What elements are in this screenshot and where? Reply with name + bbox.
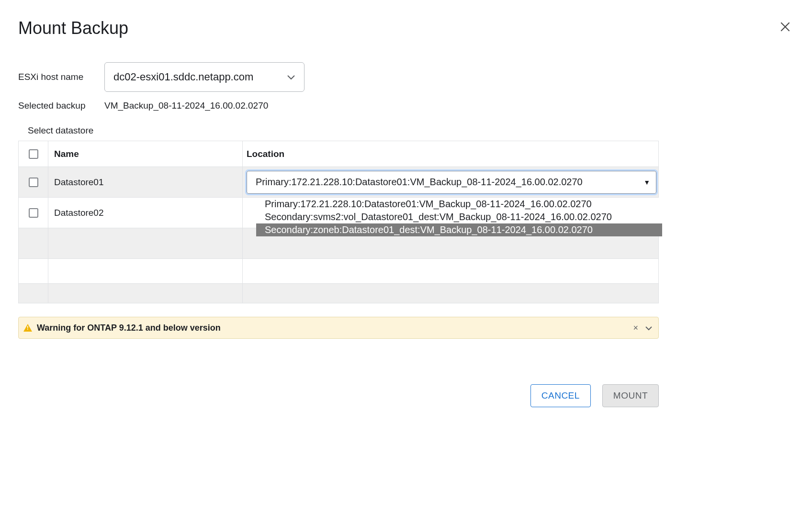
row-checkbox[interactable] [29,178,38,187]
warning-banner: Warning for ONTAP 9.12.1 and below versi… [18,317,659,339]
datastore-name-cell: Datastore02 [48,198,243,228]
dialog-footer: CANCEL MOUNT [18,384,659,407]
close-icon [779,21,791,33]
warning-expand-icon[interactable] [645,323,653,333]
select-datastore-label: Select datastore [28,125,802,136]
location-dropdown[interactable]: Primary:172.21.228.10:Datastore01:VM_Bac… [256,198,662,236]
row-checkbox[interactable] [29,208,38,218]
dropdown-option[interactable]: Secondary:svms2:vol_Datastore01_dest:VM_… [256,211,662,223]
select-all-checkbox[interactable] [29,149,38,159]
col-location-header: Location [243,141,658,167]
dropdown-option[interactable]: Secondary:zoneb:Datastore01_dest:VM_Back… [256,223,662,236]
esxi-host-row: ESXi host name dc02-esxi01.sddc.netapp.c… [18,62,802,92]
dialog-title: Mount Backup [18,18,802,38]
datastore-name-cell: Datastore01 [48,167,243,197]
mount-button[interactable]: MOUNT [602,384,659,407]
table-row [19,284,658,303]
selected-backup-value: VM_Backup_08-11-2024_16.00.02.0270 [104,100,268,111]
esxi-host-value: dc02-esxi01.sddc.netapp.com [113,71,253,83]
location-select[interactable]: Primary:172.21.228.10:Datastore01:VM_Bac… [247,171,656,194]
chevron-down-icon [287,71,295,83]
table-row: Datastore01 Primary:172.21.228.10:Datast… [19,167,658,198]
dropdown-option[interactable]: Primary:172.21.228.10:Datastore01:VM_Bac… [256,198,662,211]
selected-backup-row: Selected backup VM_Backup_08-11-2024_16.… [18,100,802,111]
selected-backup-label: Selected backup [18,100,104,111]
table-row [19,259,658,284]
datastore-table: Name Location Datastore01 Primary:172.21… [18,141,659,303]
close-button[interactable] [776,17,795,36]
mount-backup-dialog: Mount Backup ESXi host name dc02-esxi01.… [0,0,812,512]
col-name-header: Name [48,141,243,167]
esxi-host-select[interactable]: dc02-esxi01.sddc.netapp.com [104,62,304,92]
cancel-button[interactable]: CANCEL [530,384,591,407]
caret-down-icon: ▼ [643,178,650,186]
warning-icon [23,324,32,332]
warning-text: Warning for ONTAP 9.12.1 and below versi… [37,323,221,333]
warning-close-icon[interactable]: × [633,323,638,333]
esxi-host-label: ESXi host name [18,72,104,82]
table-header: Name Location [19,141,658,167]
location-select-value: Primary:172.21.228.10:Datastore01:VM_Bac… [256,177,583,188]
